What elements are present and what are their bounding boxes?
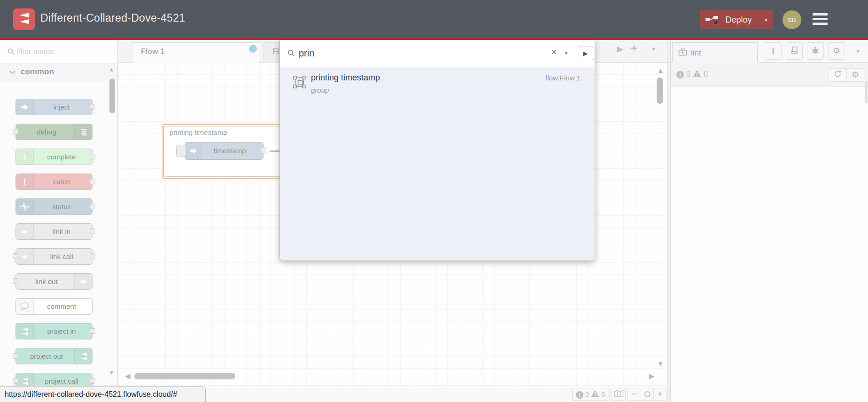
zoom-controls: − +: [628, 388, 666, 401]
sidebar-tab-label: lint: [691, 48, 701, 58]
palette-node-project-out[interactable]: project out: [16, 348, 93, 364]
chevron-down-icon: [9, 68, 16, 74]
node-red-editor: Different-Collared-Dove-4521 Deploy ▾ su…: [0, 0, 868, 402]
book-icon: [790, 46, 798, 56]
palette-node-link-call[interactable]: link call: [16, 248, 93, 265]
node-port[interactable]: [90, 179, 95, 184]
deploy-options-chevron-icon[interactable]: ▾: [759, 16, 773, 24]
sidebar-tab-lint[interactable]: lint: [672, 42, 758, 63]
expand-search-button[interactable]: ▶: [578, 47, 593, 60]
sidebar-scrollbar-thumb[interactable]: [865, 81, 868, 103]
user-avatar[interactable]: su: [783, 10, 801, 29]
palette-node-label: link out: [19, 274, 74, 289]
palette-node-inject[interactable]: inject: [16, 99, 93, 115]
palette-category-common[interactable]: common: [0, 63, 117, 81]
inject-arrow-icon: [185, 142, 202, 159]
lint-refresh-button[interactable]: [829, 69, 846, 81]
palette-scrollbar-thumb[interactable]: [109, 79, 115, 113]
palette-scroll-up-icon[interactable]: ▲: [108, 66, 115, 73]
tab-flow-1[interactable]: Flow 1: [132, 42, 259, 63]
zoom-out-button[interactable]: −: [628, 388, 641, 400]
navigator-button[interactable]: [612, 388, 626, 401]
hamburger-icon: [813, 13, 828, 16]
canvas-scroll-up-icon[interactable]: ▲: [657, 66, 664, 74]
sidebar-button-gear[interactable]: ⚙: [828, 42, 845, 60]
zoom-reset-button[interactable]: [641, 388, 653, 400]
flowfuse-logo-icon: [13, 8, 35, 30]
node-port[interactable]: [90, 253, 95, 259]
sidebar-resize-handle[interactable]: [667, 40, 671, 402]
node-label: timestamp: [204, 142, 256, 159]
sidebar-button-bug[interactable]: [807, 42, 824, 60]
node-port[interactable]: [90, 328, 95, 334]
node-port[interactable]: [13, 129, 18, 134]
node-port[interactable]: [90, 204, 95, 209]
node-port[interactable]: [90, 104, 95, 110]
node-port[interactable]: [13, 278, 18, 284]
search-input[interactable]: [299, 45, 524, 62]
right-sidebar: lint i⚙ ▾ ! 0 0 ⚙: [671, 40, 868, 402]
canvas-vscrollbar-thumb[interactable]: [657, 78, 663, 104]
palette-node-label: project out: [19, 348, 74, 364]
palette-scroll-down-icon[interactable]: ▼: [108, 369, 115, 376]
footer-error-count: 0: [585, 390, 589, 398]
palette-node-debug[interactable]: debug: [16, 124, 93, 140]
palette-filter-row: [0, 40, 117, 63]
canvas-hscrollbar-thumb[interactable]: [134, 373, 235, 379]
refresh-icon: [834, 70, 842, 80]
info-icon: i: [772, 46, 774, 56]
palette-node-label: project in: [34, 323, 89, 339]
medkit-icon: [678, 48, 687, 58]
node-port[interactable]: [13, 353, 18, 359]
main-menu-button[interactable]: [813, 13, 828, 27]
warning-icon: [693, 70, 701, 79]
search-result-item[interactable]: printing timestamp flow:Flow 1 group: [280, 67, 595, 100]
palette-node-catch[interactable]: !catch: [16, 173, 93, 190]
palette-node-link-out[interactable]: link out: [16, 273, 93, 290]
canvas-scroll-right-icon[interactable]: ▶: [649, 372, 655, 380]
category-label: common: [21, 67, 54, 77]
lint-counts: ! 0 0: [676, 70, 708, 79]
palette-node-label: comment: [34, 299, 89, 314]
lint-settings-button[interactable]: ⚙: [846, 69, 864, 81]
warning-icon: [591, 390, 599, 399]
sidebar-menu-chevron-icon[interactable]: ▾: [856, 47, 860, 55]
unsaved-changes-dot: [249, 45, 257, 53]
node-port[interactable]: [90, 229, 95, 234]
palette-node-comment[interactable]: comment: [16, 298, 93, 315]
palette-node-link-in[interactable]: link in: [16, 223, 93, 240]
deploy-button[interactable]: Deploy ▾: [700, 10, 773, 29]
node-port[interactable]: [13, 253, 18, 259]
sidebar-button-book[interactable]: [786, 42, 803, 60]
palette-node-label: debug: [19, 124, 74, 140]
deploy-label: Deploy: [718, 15, 759, 25]
sidebar-button-info[interactable]: i: [765, 42, 782, 60]
header-bar: Different-Collared-Dove-4521 Deploy ▾ su: [0, 0, 868, 40]
palette-node-complete[interactable]: !complete: [16, 149, 93, 165]
palette-node-label: link call: [34, 249, 89, 264]
inject-node-timestamp[interactable]: timestamp: [185, 142, 264, 160]
add-flow-button[interactable]: +: [631, 42, 637, 55]
zoom-in-button[interactable]: +: [653, 388, 666, 400]
next-tab-button[interactable]: ▶: [617, 44, 623, 54]
palette-node-label: complete: [34, 149, 89, 165]
flowfuse-logo-icon: [16, 323, 34, 339]
node-output-port[interactable]: [261, 148, 266, 153]
canvas-scroll-left-icon[interactable]: ◀: [125, 372, 131, 380]
search-options-chevron-icon[interactable]: ▾: [565, 49, 568, 56]
palette-filter-input[interactable]: [17, 44, 111, 60]
footer-notification-counts[interactable]: ! 0 0: [572, 388, 610, 401]
group-label: printing timestamp: [170, 128, 227, 136]
list-flows-button[interactable]: ▾: [652, 45, 655, 53]
palette-node-status[interactable]: status: [16, 198, 93, 215]
node-port[interactable]: [90, 378, 95, 384]
canvas-scroll-down-icon[interactable]: ▼: [657, 360, 664, 368]
palette-node-project-in[interactable]: project in: [16, 323, 93, 339]
node-port[interactable]: [13, 378, 18, 384]
comment-bubble-icon: [16, 299, 34, 314]
clear-search-icon[interactable]: ×: [551, 47, 557, 57]
node-palette: common injectdebug!complete!catchstatusl…: [0, 40, 118, 402]
node-port[interactable]: [90, 154, 95, 159]
exclamation-icon: !: [16, 174, 34, 189]
lint-header-row: ! 0 0 ⚙: [671, 63, 868, 87]
